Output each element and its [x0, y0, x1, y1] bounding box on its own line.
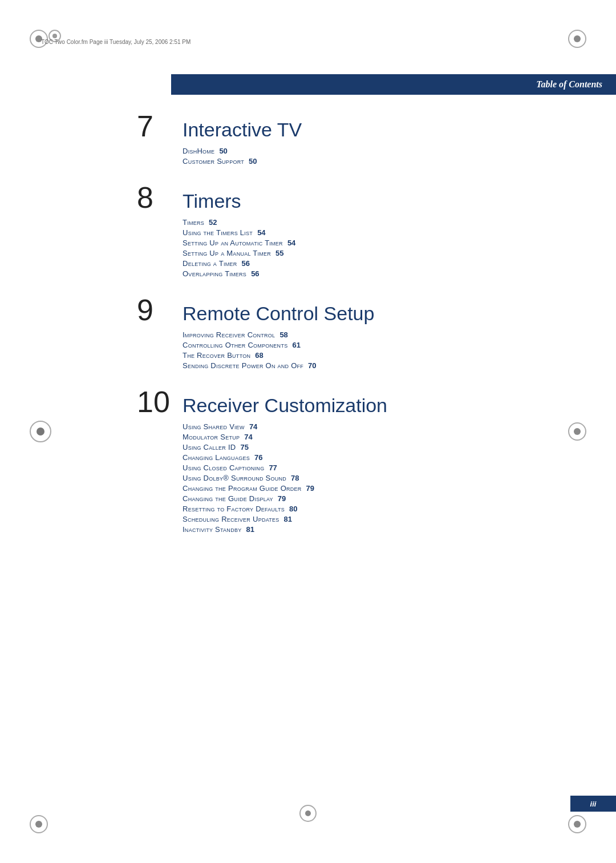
entry-label: Changing the Program Guide Order: [183, 484, 302, 493]
entry-label: Improving Receiver Control: [183, 330, 275, 339]
entry-label: Sending Discrete Power On and Off: [183, 361, 303, 370]
list-item: Sending Discrete Power On and Off70: [183, 361, 536, 370]
chapter-number-10: 10: [137, 387, 177, 417]
entry-label: Using Closed Captioning: [183, 463, 264, 472]
entry-page-number: 68: [255, 351, 263, 360]
list-item: DishHome50: [183, 147, 536, 155]
entry-page-number: 56: [251, 269, 259, 278]
entry-page-number: 81: [284, 515, 292, 523]
chapter-10: 10Receiver CustomizationUsing Shared Vie…: [137, 387, 536, 534]
entry-label: Setting Up an Automatic Timer: [183, 239, 283, 247]
list-item: Using Closed Captioning77: [183, 463, 536, 472]
entry-label: Setting Up a Manual Timer: [183, 249, 271, 257]
chapter-number-9: 9: [137, 295, 177, 325]
list-item: Resetting to Factory Defaults80: [183, 505, 536, 513]
list-item: Setting Up an Automatic Timer54: [183, 239, 536, 247]
list-item: Using Shared View74: [183, 422, 536, 431]
entry-page-number: 55: [275, 249, 283, 257]
list-item: Using Caller ID75: [183, 443, 536, 451]
chapter-heading-7: 7Interactive TV: [137, 111, 536, 141]
chapter-title-9: Remote Control Setup: [183, 303, 374, 325]
list-item: The Recover Button68: [183, 351, 536, 360]
entry-label: Customer Support: [183, 157, 244, 166]
chapter-entries-7: DishHome50Customer Support50: [183, 147, 536, 166]
chapter-9: 9Remote Control SetupImproving Receiver …: [137, 295, 536, 370]
toc-header-title: Table of Contents: [536, 79, 602, 90]
page-number: iii: [590, 800, 597, 808]
entry-page-number: 74: [249, 422, 257, 431]
entry-label: Timers: [183, 218, 204, 227]
chapter-entries-8: Timers52Using the Timers List54Setting U…: [183, 218, 536, 278]
list-item: Changing Languages76: [183, 453, 536, 462]
entry-page-number: 77: [269, 463, 277, 472]
file-info: TOC Two Color.fm Page iii Tuesday, July …: [41, 39, 191, 45]
entry-page-number: 52: [209, 218, 217, 227]
left-middle-mark: [30, 421, 51, 442]
entry-page-number: 75: [240, 443, 248, 451]
chapter-entries-10: Using Shared View74Modulator Setup74Usin…: [183, 422, 536, 534]
chapter-number-8: 8: [137, 183, 177, 212]
chapter-heading-9: 9Remote Control Setup: [137, 295, 536, 325]
entry-page-number: 79: [306, 484, 314, 493]
chapter-heading-10: 10Receiver Customization: [137, 387, 536, 417]
entry-page-number: 80: [289, 505, 297, 513]
entry-label: Using Dolby® Surround Sound: [183, 474, 286, 482]
chapter-title-10: Receiver Customization: [183, 394, 387, 417]
toc-header-bar: Table of Contents: [171, 74, 616, 95]
list-item: Controlling Other Components61: [183, 341, 536, 349]
entry-label: Modulator Setup: [183, 433, 240, 441]
entry-page-number: 79: [278, 494, 286, 503]
entry-page-number: 50: [249, 157, 257, 166]
list-item: Changing the Guide Display79: [183, 494, 536, 503]
entry-label: The Recover Button: [183, 351, 250, 360]
entry-label: Inactivity Standby: [183, 525, 241, 534]
corner-mark-br: [568, 815, 586, 833]
entry-page-number: 61: [292, 341, 300, 349]
chapter-title-8: Timers: [183, 190, 241, 212]
entry-page-number: 78: [291, 474, 299, 482]
list-item: Customer Support50: [183, 157, 536, 166]
entry-label: DishHome: [183, 147, 214, 155]
content-area: 7Interactive TVDishHome50Customer Suppor…: [114, 111, 559, 551]
list-item: Scheduling Receiver Updates81: [183, 515, 536, 523]
entry-page-number: 50: [219, 147, 227, 155]
center-bottom-mark: [299, 805, 317, 822]
list-item: Deleting a Timer56: [183, 259, 536, 268]
list-item: Inactivity Standby81: [183, 525, 536, 534]
entry-label: Changing the Guide Display: [183, 494, 273, 503]
entry-label: Using Shared View: [183, 422, 245, 431]
entry-label: Scheduling Receiver Updates: [183, 515, 279, 523]
entry-label: Overlapping Timers: [183, 269, 246, 278]
list-item: Changing the Program Guide Order79: [183, 484, 536, 493]
entry-label: Controlling Other Components: [183, 341, 287, 349]
right-middle-mark: [568, 422, 586, 441]
chapter-title-7: Interactive TV: [183, 119, 302, 141]
list-item: Timers52: [183, 218, 536, 227]
list-item: Overlapping Timers56: [183, 269, 536, 278]
corner-mark-bl: [30, 815, 48, 833]
entry-page-number: 54: [257, 228, 265, 237]
list-item: Using Dolby® Surround Sound78: [183, 474, 536, 482]
list-item: Setting Up a Manual Timer55: [183, 249, 536, 257]
chapter-8: 8TimersTimers52Using the Timers List54Se…: [137, 183, 536, 278]
chapter-number-7: 7: [137, 111, 177, 141]
list-item: Modulator Setup74: [183, 433, 536, 441]
entry-label: Deleting a Timer: [183, 259, 237, 268]
entry-page-number: 70: [308, 361, 316, 370]
entry-page-number: 81: [246, 525, 254, 534]
chapter-7: 7Interactive TVDishHome50Customer Suppor…: [137, 111, 536, 166]
list-item: Improving Receiver Control58: [183, 330, 536, 339]
entry-label: Resetting to Factory Defaults: [183, 505, 285, 513]
list-item: Using the Timers List54: [183, 228, 536, 237]
entry-label: Changing Languages: [183, 453, 250, 462]
entry-label: Using the Timers List: [183, 228, 253, 237]
entry-page-number: 74: [244, 433, 252, 441]
page-footer: iii: [570, 796, 616, 812]
entry-page-number: 58: [279, 330, 287, 339]
entry-page-number: 56: [242, 259, 250, 268]
entry-page-number: 76: [254, 453, 262, 462]
chapter-heading-8: 8Timers: [137, 183, 536, 212]
chapter-entries-9: Improving Receiver Control58Controlling …: [183, 330, 536, 370]
entry-label: Using Caller ID: [183, 443, 236, 451]
entry-page-number: 54: [287, 239, 295, 247]
